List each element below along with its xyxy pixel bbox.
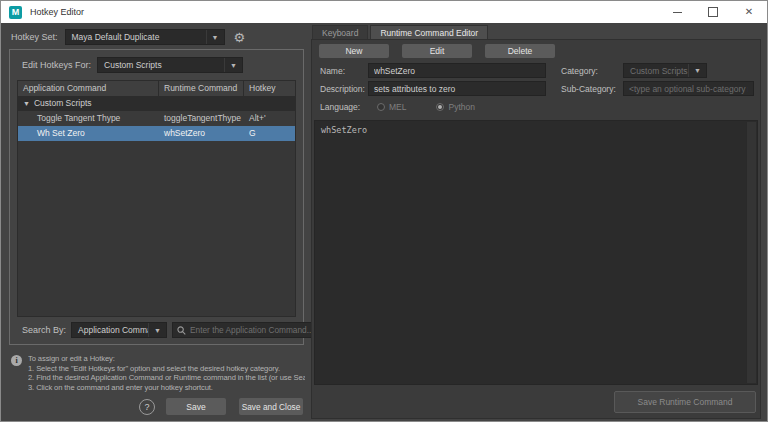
- tab-runtime-command-editor[interactable]: Runtime Command Editor: [370, 25, 488, 39]
- maximize-icon: [708, 7, 718, 17]
- hotkey-editor-window: M Hotkey Editor ✕ Hotkey Set: Maya Defau…: [0, 0, 768, 422]
- edit-hotkeys-for-dropdown[interactable]: Custom Scripts ▼: [97, 57, 243, 73]
- window-content: Hotkey Set: Maya Default Duplicate ▼ ⚙ E…: [1, 23, 767, 421]
- column-runtime-command: Runtime Command: [159, 81, 244, 96]
- delete-button[interactable]: Delete: [485, 44, 555, 58]
- close-icon: ✕: [745, 7, 753, 17]
- new-button[interactable]: New: [319, 44, 389, 58]
- gear-icon[interactable]: ⚙: [234, 31, 246, 44]
- cell-hotkey: Alt+': [244, 111, 295, 126]
- search-by-label: Search By:: [22, 325, 66, 335]
- minimize-icon: [673, 12, 682, 13]
- search-filter-value: Application Command: [72, 325, 148, 335]
- runtime-command-editor-panel: New Edit Delete Name: Category: Custom S…: [311, 39, 761, 419]
- chevron-down-icon: ▼: [694, 67, 701, 74]
- window-title: Hotkey Editor: [30, 7, 84, 17]
- category-label: Category:: [546, 66, 623, 76]
- chevron-down-icon: ▼: [154, 327, 161, 334]
- hotkey-set-dropdown[interactable]: Maya Default Duplicate ▼: [65, 29, 225, 45]
- category-dropdown[interactable]: Custom Scripts ▼: [623, 63, 707, 78]
- edit-hotkeys-for-value: Custom Scripts: [98, 60, 224, 70]
- command-script-text: whSetZero: [321, 125, 367, 135]
- cell-runtime-command: whSetZero: [159, 126, 244, 141]
- radio-icon: [377, 103, 385, 111]
- info-title: To assign or edit a Hotkey:: [28, 354, 305, 364]
- command-script-editor[interactable]: whSetZero: [314, 120, 758, 385]
- info-circle-icon: i: [11, 355, 22, 366]
- info-step: 1. Select the "Edit Hotkeys for" option …: [28, 364, 305, 374]
- magnifier-icon: [177, 326, 186, 335]
- category-value: Custom Scripts: [624, 66, 688, 76]
- right-tabbar: Keyboard Runtime Command Editor: [312, 25, 490, 39]
- group-label: Custom Scripts: [34, 96, 92, 111]
- hotkey-set-label: Hotkey Set:: [11, 32, 58, 42]
- chevron-down-icon: ▼: [230, 62, 237, 69]
- radio-mel-label: MEL: [389, 102, 406, 112]
- radio-python-label: Python: [448, 102, 474, 112]
- name-field[interactable]: [368, 63, 546, 78]
- question-icon: ?: [144, 402, 149, 412]
- hotkey-table: Application Command Runtime Command Hotk…: [17, 80, 296, 317]
- info-step: 3. Click on the command and enter your h…: [28, 383, 305, 393]
- table-header: Application Command Runtime Command Hotk…: [18, 81, 295, 96]
- subcategory-label: Sub-Category:: [546, 84, 623, 94]
- maximize-button[interactable]: [695, 1, 731, 23]
- search-placeholder: Enter the Application Command...: [190, 325, 314, 335]
- radio-mel[interactable]: MEL: [377, 102, 406, 112]
- triangle-down-icon: ▼: [23, 100, 30, 107]
- chevron-down-icon: ▼: [212, 34, 219, 41]
- edit-hotkeys-for-label: Edit Hotkeys For:: [22, 60, 91, 70]
- save-button[interactable]: Save: [166, 398, 226, 415]
- cell-command: Wh Set Zero: [18, 126, 159, 141]
- help-button[interactable]: ?: [139, 399, 155, 415]
- save-and-close-button[interactable]: Save and Close: [239, 398, 303, 415]
- subcategory-field[interactable]: [623, 81, 754, 96]
- close-button[interactable]: ✕: [731, 1, 767, 23]
- radio-checked-icon: [436, 103, 444, 111]
- tab-keyboard[interactable]: Keyboard: [312, 25, 368, 39]
- description-label: Description:: [312, 84, 368, 94]
- column-application-command: Application Command: [18, 81, 159, 96]
- cell-runtime-command: toggleTangentThype: [159, 111, 244, 126]
- name-label: Name:: [312, 66, 368, 76]
- save-runtime-command-button[interactable]: Save Runtime Command: [614, 391, 756, 413]
- minimize-button[interactable]: [659, 1, 695, 23]
- description-field[interactable]: [368, 81, 546, 96]
- maya-logo-icon: M: [9, 6, 22, 19]
- table-row[interactable]: Toggle Tangent Thype toggleTangentThype …: [18, 111, 295, 126]
- info-step: 2. Find the desired Application Command …: [28, 373, 305, 383]
- hotkey-list-panel: Edit Hotkeys For: Custom Scripts ▼ Appli…: [9, 49, 304, 345]
- table-empty-area: [18, 141, 295, 316]
- language-label: Language:: [312, 102, 368, 112]
- search-filter-dropdown[interactable]: Application Command ▼: [71, 322, 167, 338]
- hotkey-set-value: Maya Default Duplicate: [66, 32, 206, 42]
- cell-hotkey: G: [244, 126, 295, 141]
- search-input[interactable]: Enter the Application Command... ✕: [172, 322, 334, 338]
- table-row-selected[interactable]: Wh Set Zero whSetZero G: [18, 126, 295, 141]
- scrollbar[interactable]: [746, 122, 756, 383]
- info-block: i To assign or edit a Hotkey: 1. Select …: [11, 354, 305, 392]
- radio-python[interactable]: Python: [436, 102, 474, 112]
- edit-button[interactable]: Edit: [402, 44, 472, 58]
- cell-command: Toggle Tangent Thype: [18, 111, 159, 126]
- column-hotkey: Hotkey: [244, 81, 295, 96]
- titlebar: M Hotkey Editor ✕: [1, 1, 767, 23]
- category-group-row[interactable]: ▼ Custom Scripts: [18, 96, 295, 111]
